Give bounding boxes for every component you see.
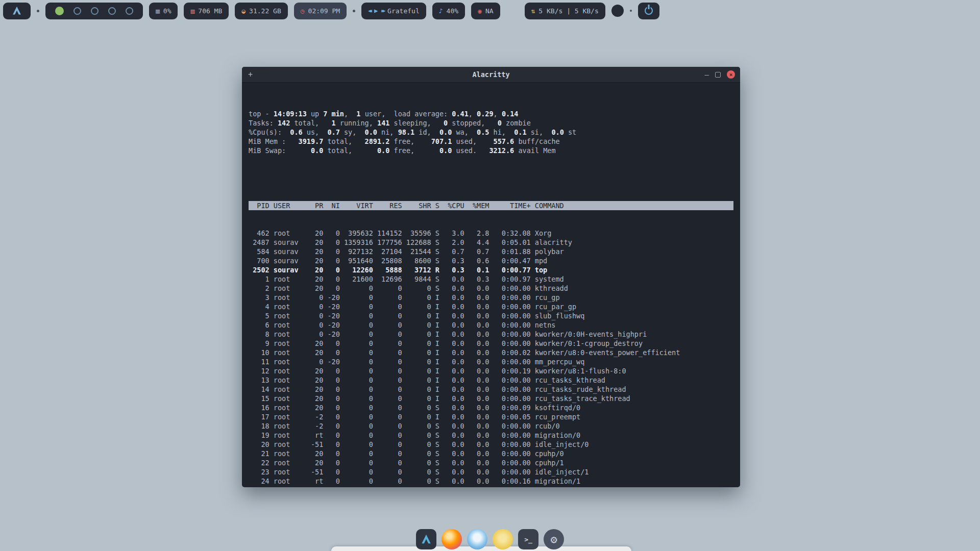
firefox-icon	[442, 529, 462, 549]
media-next-icon[interactable]: ▶▶	[381, 8, 384, 13]
table-header: PID USER PR NI VIRT RES SHR S %CPU %MEM …	[249, 201, 733, 210]
media-previous-icon[interactable]: ◀◀	[368, 8, 371, 13]
close-button[interactable]: ×	[727, 70, 735, 79]
process-row: 15 root 20 0 0 0 0 I 0.0 0.0 0:00.00 rcu…	[249, 394, 733, 403]
separator-dot	[630, 10, 632, 12]
terminal-content[interactable]: top - 14:09:13 up 7 min, 1 user, load av…	[242, 83, 740, 487]
summary-line: MiB Swap: 0.0 total, 0.0 free, 0.0 used.…	[249, 146, 733, 155]
separator-dot	[37, 10, 39, 12]
process-row: 2 root 20 0 0 0 0 S 0.0 0.0 0:00.00 kthr…	[249, 284, 733, 293]
dock-icon-arch-launcher[interactable]	[416, 529, 436, 549]
power-icon	[645, 7, 653, 15]
maximize-button[interactable]	[715, 72, 721, 78]
cpu-value: 0%	[163, 7, 172, 15]
workspace-switcher	[45, 3, 143, 19]
process-row: 14 root 20 0 0 0 0 I 0.0 0.0 0:00.00 rcu…	[249, 385, 733, 394]
summary-line: Tasks: 142 total, 1 running, 141 sleepin…	[249, 118, 733, 128]
arch-logo-icon	[421, 534, 432, 545]
dock-icon-firefox[interactable]	[442, 529, 462, 549]
process-table: 462 root 20 0 395632 114152 35596 S 3.0 …	[249, 229, 733, 487]
media-play-icon[interactable]: ▶	[374, 7, 378, 14]
network-icon: ⇅	[531, 7, 535, 15]
cpu-icon: ▦	[156, 7, 160, 15]
arch-logo-icon	[12, 6, 22, 16]
separator-dot	[353, 10, 355, 12]
weather-module[interactable]: ◉ NA	[471, 3, 500, 19]
network-module[interactable]: ⇅ 5 KB/s | 5 KB/s	[525, 3, 605, 19]
summary-line: top - 14:09:13 up 7 min, 1 user, load av…	[249, 109, 733, 118]
cpu-module[interactable]: ▦ 0%	[149, 3, 178, 19]
process-row: 5 root 0 -20 0 0 0 I 0.0 0.0 0:00.00 slu…	[249, 311, 733, 320]
process-row: 17 root -2 0 0 0 0 I 0.0 0.0 0:00.05 rcu…	[249, 412, 733, 421]
tray-toggle[interactable]	[611, 5, 624, 17]
files-icon	[493, 529, 513, 549]
volume-value: 40%	[447, 7, 458, 15]
process-row-top: 2502 sourav 20 0 12260 5888 3712 R 0.3 0…	[249, 265, 733, 274]
process-row: 19 root rt 0 0 0 0 S 0.0 0.0 0:00.00 mig…	[249, 431, 733, 440]
process-row: 4 root 0 -20 0 0 0 I 0.0 0.0 0:00.00 rcu…	[249, 302, 733, 311]
window-titlebar[interactable]: + Alacritty – ×	[242, 67, 740, 83]
terminal-icon: >_	[518, 529, 538, 549]
process-row: 16 root 20 0 0 0 0 S 0.0 0.0 0:00.09 kso…	[249, 403, 733, 412]
weather-value: NA	[485, 7, 494, 15]
alacritty-window: + Alacritty – × top - 14:09:13 up 7 min,…	[242, 67, 740, 487]
process-row: 24 root rt 0 0 0 0 S 0.0 0.0 0:00.16 mig…	[249, 477, 733, 486]
window-title: Alacritty	[242, 70, 740, 79]
dock: >_ ⚙	[416, 529, 564, 549]
workspace-dot[interactable]	[74, 7, 81, 15]
process-row: 3 root 0 -20 0 0 0 I 0.0 0.0 0:00.00 rcu…	[249, 293, 733, 302]
process-row: 23 root -51 0 0 0 0 S 0.0 0.0 0:00.00 id…	[249, 467, 733, 477]
media-module: ◀◀ ▶ ▶▶ Grateful	[361, 3, 426, 19]
network-value: 5 KB/s | 5 KB/s	[538, 7, 598, 15]
volume-module[interactable]: ♪ 40%	[432, 3, 465, 19]
workspace-dot[interactable]	[126, 7, 133, 15]
workspace-dot[interactable]	[91, 7, 99, 15]
process-row: 18 root -2 0 0 0 0 S 0.0 0.0 0:00.00 rcu…	[249, 421, 733, 431]
process-row: 20 root -51 0 0 0 0 S 0.0 0.0 0:00.00 id…	[249, 440, 733, 449]
process-row: 462 root 20 0 395632 114152 35596 S 3.0 …	[249, 229, 733, 238]
minimize-button[interactable]: –	[705, 71, 709, 78]
volume-icon: ♪	[439, 7, 443, 15]
memory-value: 706 MB	[198, 7, 222, 15]
process-row: 2487 sourav 20 0 1359316 177756 122688 S…	[249, 238, 733, 247]
top-bar: ▦ 0% ▥ 706 MB ◒ 31.22 GB ◷ 02:09 PM ◀◀ ▶…	[3, 2, 659, 19]
process-row: 13 root 20 0 0 0 0 I 0.0 0.0 0:00.00 rcu…	[249, 375, 733, 385]
disk-module[interactable]: ◒ 31.22 GB	[235, 3, 287, 19]
clock-icon: ◷	[301, 7, 305, 15]
weather-icon: ◉	[478, 7, 482, 15]
summary-line: MiB Mem : 3919.7 total, 2891.2 free, 707…	[249, 137, 733, 146]
top-summary: top - 14:09:13 up 7 min, 1 user, load av…	[249, 109, 733, 155]
process-row: 584 sourav 20 0 927132 27104 21544 S 0.7…	[249, 247, 733, 256]
process-row: 12 root 20 0 0 0 0 I 0.0 0.0 0:00.19 kwo…	[249, 366, 733, 375]
process-row: 25 root 20 0 0 0 0 S 0.0 0.0 0:00.00 kso…	[249, 486, 733, 487]
desktop: ▦ 0% ▥ 706 MB ◒ 31.22 GB ◷ 02:09 PM ◀◀ ▶…	[0, 0, 980, 551]
workspace-dot[interactable]	[108, 7, 116, 15]
workspace-dot-active[interactable]	[55, 7, 64, 15]
dock-icon-files[interactable]	[493, 529, 513, 549]
dock-icon-settings[interactable]: ⚙	[544, 529, 564, 549]
clock-module[interactable]: ◷ 02:09 PM	[294, 3, 347, 19]
memory-icon: ▥	[190, 7, 194, 15]
dock-icon-browser[interactable]	[467, 529, 487, 549]
process-row: 10 root 20 0 0 0 0 I 0.0 0.0 0:00.02 kwo…	[249, 348, 733, 357]
browser-icon	[467, 529, 487, 549]
clock-value: 02:09 PM	[308, 7, 340, 15]
gear-icon: ⚙	[544, 529, 564, 549]
process-row: 6 root 0 -20 0 0 0 I 0.0 0.0 0:00.00 net…	[249, 320, 733, 330]
disk-icon: ◒	[241, 7, 246, 15]
memory-module[interactable]: ▥ 706 MB	[184, 3, 229, 19]
dock-icon-terminal[interactable]: >_	[518, 529, 538, 549]
summary-line: %Cpu(s): 0.6 us, 0.7 sy, 0.0 ni, 98.1 id…	[249, 128, 733, 137]
process-row: 21 root 20 0 0 0 0 S 0.0 0.0 0:00.00 cpu…	[249, 449, 733, 458]
process-row: 22 root 20 0 0 0 0 S 0.0 0.0 0:00.00 cpu…	[249, 458, 733, 467]
process-row: 11 root 0 -20 0 0 0 I 0.0 0.0 0:00.00 mm…	[249, 357, 733, 366]
power-button[interactable]	[638, 3, 659, 19]
disk-value: 31.22 GB	[249, 7, 281, 15]
process-row: 700 sourav 20 0 951640 25808 8600 S 0.3 …	[249, 256, 733, 265]
launcher-button[interactable]	[3, 3, 31, 19]
process-row: 9 root 20 0 0 0 0 I 0.0 0.0 0:00.00 kwor…	[249, 339, 733, 348]
process-row: 8 root 0 -20 0 0 0 I 0.0 0.0 0:00.00 kwo…	[249, 330, 733, 339]
media-track-label: Grateful	[387, 7, 420, 15]
process-row: 1 root 20 0 21600 12696 9844 S 0.0 0.3 0…	[249, 274, 733, 284]
